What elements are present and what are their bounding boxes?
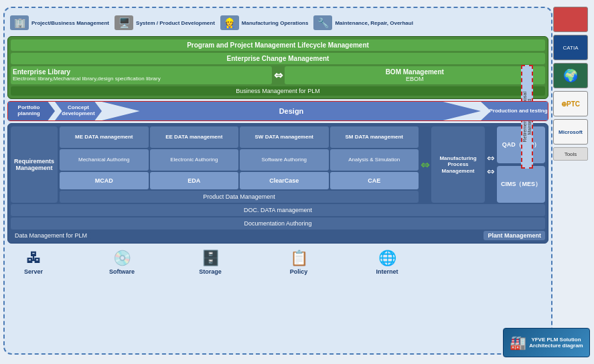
bom-mgmt-box: BOM Management EBOM (285, 66, 546, 84)
phase-design: Design (102, 102, 481, 120)
manufacturing-box: Manufacturing Process Management (431, 126, 485, 203)
thumb-microsoft: Microsoft (553, 119, 588, 145)
mes-box: CIMS（MES） (497, 166, 545, 203)
arrow-mes: ⇔ (487, 166, 495, 177)
maintenance-icon: 🔧 (313, 15, 332, 30)
logo-text: YFVE PLM Solution Architecture diagram (529, 337, 583, 349)
icon-software: 💿 Software (98, 250, 145, 275)
product-data-row: Product Data Management (60, 191, 419, 203)
me-data-box: ME DATA management (60, 126, 149, 148)
bottom-icons-row: 🖧 Server 💿 Software 🗄️ Storage 📋 Policy … (7, 245, 548, 280)
icon-storage: 🗄️ Storage (187, 250, 234, 275)
erp-mes-arrows: ⇔ ⇔ (487, 126, 495, 203)
analysis-simulation-box: Analysis & Simulation (330, 149, 419, 171)
dm-footer: Data Management for PLM Plant Management (11, 231, 545, 240)
phase-production: Production and testing (481, 102, 548, 120)
eda-box: EDA (150, 172, 239, 189)
manufacturing-icon: 👷 (220, 15, 239, 30)
icon-server: 🖧 Server (10, 250, 57, 275)
project-icon: 🏢 (10, 15, 29, 30)
data-mgmt-outer: Requirements Management ME DATA manageme… (7, 123, 548, 244)
phase-portfolio: Portfolio planning (8, 102, 55, 120)
biz-footer-label: Business Management for PLM (11, 86, 545, 96)
sm-data-box: SM DATA management (330, 126, 419, 148)
storage-icon: 🗄️ (202, 250, 220, 267)
icon-policy: 📋 Policy (275, 250, 322, 275)
logo-content: 🏭 YFVE PLM Solution Architecture diagram (510, 335, 583, 351)
enterprise-library-box: Enterprise Library Electronic library,Me… (11, 66, 272, 84)
internet-icon: 🌐 (378, 250, 396, 267)
doc-data-row: DOC. DATA management (11, 204, 545, 216)
requirements-box: Requirements Management (11, 126, 58, 203)
thumb-globe: 🌍 (553, 63, 588, 88)
tools-label: Tools (553, 147, 588, 161)
thumb-1 (553, 7, 588, 32)
biz-mgmt-area: Program and Project Management Lifecycle… (7, 36, 548, 99)
software-authoring-box: Software Authoring (240, 149, 329, 171)
biz-arrow: ⇔ (274, 66, 283, 84)
server-icon: 🖧 (26, 250, 41, 267)
icon-internet: 🌐 Internet (364, 250, 411, 275)
software-icon: 💿 (113, 250, 131, 267)
electronic-authoring-box: Electronic Authoring (150, 149, 239, 171)
dm-main-content: ME DATA management EE DATA management SW… (60, 126, 419, 203)
product-icon: 🖥️ (115, 15, 133, 30)
policy-icon: 📋 (290, 250, 308, 267)
lifecycle-phases-bar: Portfolio planning Concept development D… (7, 101, 548, 121)
thumb-ptc: ⊕PTC (553, 91, 588, 116)
enterprise-change-row: Enterprise Change Management (11, 53, 545, 64)
right-panel: CATIA 🌍 ⊕PTC Microsoft Tools (553, 7, 590, 161)
program-lifecycle-row: Program and Project Management Lifecycle… (11, 39, 545, 51)
plant-mgmt-box: Plant Management (484, 231, 545, 240)
icon-project-mgmt: 🏢 Project/Business Management (10, 15, 109, 30)
data-types-row: ME DATA management EE DATA management SW… (60, 126, 419, 148)
biz-row3: Enterprise Library Electronic library,Me… (11, 66, 545, 84)
mcad-box: MCAD (60, 172, 149, 189)
tools-row: MCAD EDA ClearCase CAE (60, 172, 419, 189)
dm-footer-label: Data Management for PLM (11, 231, 91, 240)
arrow-erp: ⇔ (487, 153, 495, 163)
clearcase-box: ClearCase (240, 172, 329, 189)
bottom-right-logo: 🏭 YFVE PLM Solution Architecture diagram (503, 328, 590, 357)
mechanical-authoring-box: Mechanical Authoring (60, 149, 149, 171)
left-right-arrow: ⇔ (421, 159, 429, 171)
sw-data-box: SW DATA management (240, 126, 329, 148)
arrows-col: ⇔ (421, 126, 429, 203)
icon-manufacturing: 👷 Manufacturing Operations (220, 15, 309, 30)
logo-icon: 🏭 (510, 335, 526, 351)
main-diagram: 🏢 Project/Business Management 🖥️ System … (3, 7, 552, 355)
authoring-row: Mechanical Authoring Electronic Authorin… (60, 149, 419, 171)
ee-data-box: EE DATA management (150, 126, 239, 148)
cae-box: CAE (330, 172, 419, 189)
phase-concept: Concept development (55, 102, 102, 120)
icon-maintenance: 🔧 Maintenance, Repair, Overhaul (313, 15, 413, 30)
icon-product-dev: 🖥️ System / Product Development (115, 15, 215, 30)
thumb-catia: CATIA (553, 35, 588, 60)
dm-full-row: Requirements Management ME DATA manageme… (11, 126, 545, 203)
doc-authoring-row: Documentation Authoring (11, 217, 545, 230)
top-icons-row: 🏢 Project/Business Management 🖥️ System … (7, 11, 548, 35)
